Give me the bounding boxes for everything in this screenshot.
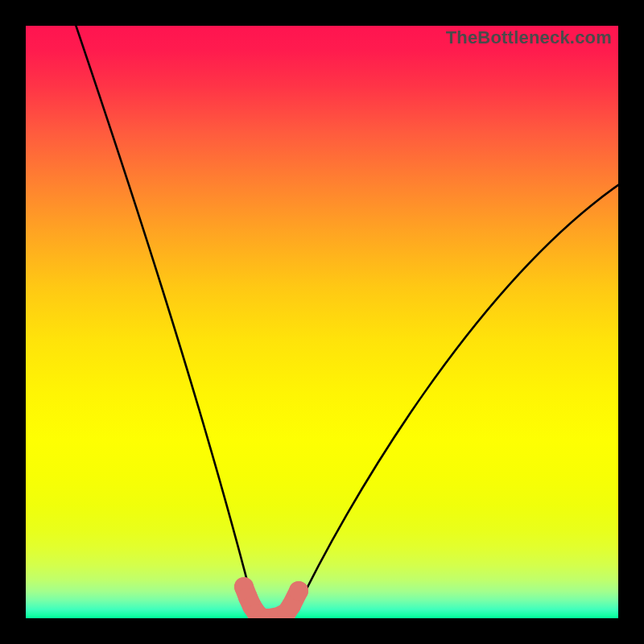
marker-dot [289, 581, 308, 601]
right-curve [292, 183, 618, 618]
marker-trail [234, 577, 308, 618]
left-curve [73, 26, 257, 618]
chart-frame: TheBottleneck.com [0, 0, 644, 644]
chart-svg [26, 26, 618, 618]
attribution-label: TheBottleneck.com [446, 27, 612, 48]
plot-area: TheBottleneck.com [26, 26, 618, 618]
